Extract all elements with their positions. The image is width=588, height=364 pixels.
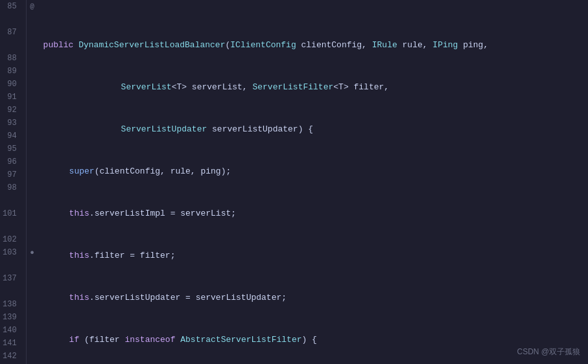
line-numbers: 85 87 88 89 90 91 92 93 94 95 96 97 98 1… bbox=[0, 0, 27, 364]
code-line-92: if (filter instanceof AbstractServerList… bbox=[43, 334, 588, 347]
watermark: CSDN @双子孤狼 bbox=[517, 347, 580, 358]
code-content: public DynamicServerListLoadBalancer(ICl… bbox=[38, 0, 588, 364]
code-line-90: this.filter = filter; bbox=[43, 249, 588, 262]
code-line-89: this.serverListImpl = serverList; bbox=[43, 207, 588, 220]
code-line-85: public DynamicServerListLoadBalancer(ICl… bbox=[43, 39, 588, 52]
gutter: @ ● bbox=[27, 0, 38, 364]
code-line-88: super(clientConfig, rule, ping); bbox=[43, 165, 588, 178]
code-area: 85 87 88 89 90 91 92 93 94 95 96 97 98 1… bbox=[0, 0, 588, 364]
code-line-91: this.serverListUpdater = serverListUpdat… bbox=[43, 291, 588, 304]
code-editor: 85 87 88 89 90 91 92 93 94 95 96 97 98 1… bbox=[0, 0, 588, 364]
code-line-85b: ServerList<T> serverList, ServerListFilt… bbox=[43, 81, 588, 94]
code-line-85c: ServerListUpdater serverListUpdater) { bbox=[43, 123, 588, 136]
